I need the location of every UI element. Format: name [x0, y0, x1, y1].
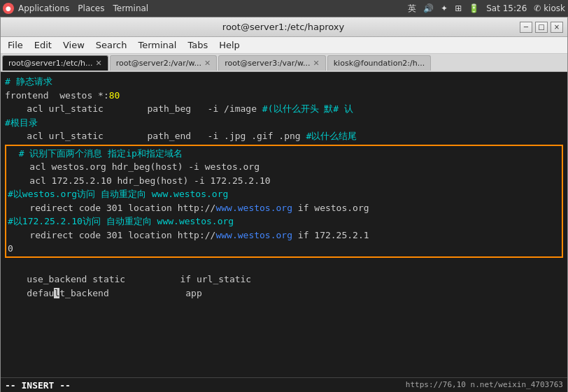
title-bar: root@server1:/etc/haproxy − □ × [1, 17, 567, 37]
terminal-line-rootdir: #根目录 [5, 116, 563, 130]
tab-kiosk-label: kiosk@foundation2:/h... [334, 59, 425, 68]
hl-line-acl-ip: acl 172.25.2.10 hdr_beg(host) -i 172.25.… [8, 174, 560, 188]
tab-server3[interactable]: root@server3:/var/w... ✕ [218, 55, 325, 71]
insert-mode-indicator: -- INSERT -- [5, 379, 71, 392]
system-bar-menu[interactable]: Applications Places Terminal [18, 3, 148, 13]
close-button[interactable]: × [551, 22, 563, 33]
hl-line-redirect-ip-cont: 0 [8, 242, 560, 256]
hl-line-redirect-ip: redirect code 301 location http://www.we… [8, 228, 560, 242]
tab-server3-close[interactable]: ✕ [313, 59, 320, 68]
window-title: root@server1:/etc/haproxy [47, 22, 520, 32]
status-bar: -- INSERT -- https://76,10 n.net/weixin_… [1, 377, 567, 392]
menu-tabs[interactable]: Tabs [183, 38, 212, 52]
tab-server2-label: root@server2:/var/w... [116, 59, 201, 68]
highlight-box: # 识别下面两个消息 指定ip和指定域名 acl westos.org hdr_… [5, 145, 563, 258]
terminal-window: root@server1:/etc/haproxy − □ × File Edi… [0, 17, 568, 392]
system-bar-left: ● Applications Places Terminal [3, 3, 148, 14]
terminal-line-default-backend: default_backend app [5, 286, 563, 300]
lang-indicator: 英 [408, 3, 416, 15]
tab-kiosk[interactable]: kiosk@foundation2:/h... [327, 55, 431, 71]
minimize-button[interactable]: − [520, 22, 532, 33]
menu-search[interactable]: Search [92, 38, 132, 52]
hl-line-acl-westos: acl westos.org hdr_beg(host) -i westos.o… [8, 160, 560, 174]
terminal-line-frontend: frontend westos *:80 [5, 89, 563, 103]
menu-file[interactable]: File [3, 38, 27, 52]
terminal-content[interactable]: # 静态请求 frontend westos *:80 acl url_stat… [1, 72, 567, 392]
tab-server1-close[interactable]: ✕ [96, 59, 102, 68]
tab-server1-label: root@server1:/etc/h... [8, 59, 93, 68]
audio-icon: 🔊 [423, 3, 434, 13]
menu-help[interactable]: Help [215, 38, 244, 52]
hl-line-comment-ip-redirect: #以172.25.2.10访问 自动重定向 www.westos.org [8, 215, 560, 228]
network-icon: ⊞ [455, 3, 462, 13]
status-right-info: https://76,10 n.net/weixin_4703763 [406, 379, 563, 391]
tab-bar: root@server1:/etc/h... ✕ root@server2:/v… [1, 54, 567, 72]
tab-server2-close[interactable]: ✕ [204, 59, 211, 68]
hl-line-comment-westos-redirect: #以westos.org访问 自动重定向 www.westos.org [8, 187, 560, 201]
user-info: ✆ kiosk [534, 3, 565, 13]
terminal-line-comment-static: # 静态请求 [5, 75, 563, 89]
bluetooth-icon: ✦ [441, 3, 448, 13]
hl-line-comment-identify: # 识别下面两个消息 指定ip和指定域名 [8, 147, 560, 161]
tab-server3-label: root@server3:/var/w... [225, 59, 310, 68]
hl-line-redirect-westos: redirect code 301 location http://www.we… [8, 201, 560, 215]
app-icon: ● [3, 3, 14, 14]
menu-edit[interactable]: Edit [30, 38, 56, 52]
window-controls[interactable]: − □ × [520, 22, 563, 33]
menu-view[interactable]: View [59, 38, 89, 52]
system-bar-right: 英 🔊 ✦ ⊞ 🔋 Sat 15:26 ✆ kiosk [408, 3, 565, 15]
datetime: Sat 15:26 [486, 3, 527, 13]
menu-terminal[interactable]: Terminal [134, 38, 180, 52]
places-menu[interactable]: Places [78, 3, 104, 13]
tab-server1[interactable]: root@server1:/etc/h... ✕ [2, 55, 108, 71]
battery-icon: 🔋 [469, 3, 479, 13]
terminal-line-acl2: acl url_static path_end -i .jpg .gif .pn… [5, 129, 563, 143]
maximize-button[interactable]: □ [535, 22, 548, 33]
terminal-line-use-backend: use_backend static if url_static [5, 273, 563, 286]
system-bar: ● Applications Places Terminal 英 🔊 ✦ ⊞ 🔋… [0, 0, 568, 17]
tab-server2[interactable]: root@server2:/var/w... ✕ [110, 55, 217, 71]
menu-bar: File Edit View Search Terminal Tabs Help [1, 37, 567, 54]
terminal-line-acl1: acl url_static path_beg -i /image #(以什么开… [5, 102, 563, 116]
terminal-system-menu[interactable]: Terminal [113, 3, 148, 13]
applications-menu[interactable]: Applications [18, 3, 69, 13]
terminal-line-blank1 [5, 259, 563, 273]
